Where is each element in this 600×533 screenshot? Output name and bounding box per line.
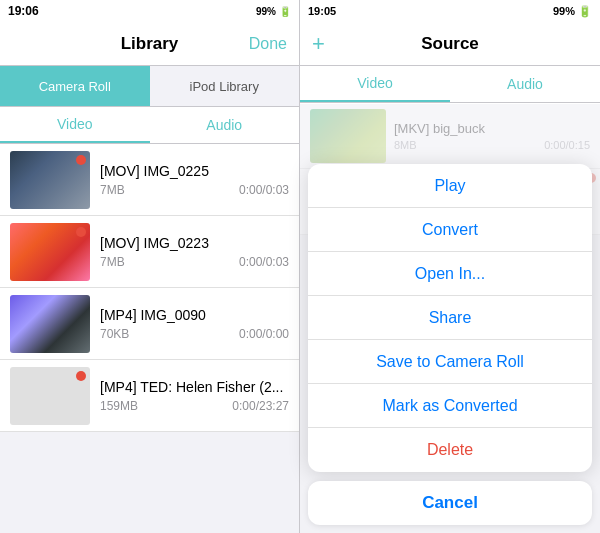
list-item[interactable]: [MP4] TED: Helen Fisher (2... 159MB 0:00… [0,360,299,432]
video-thumbnail [10,223,90,281]
video-size: 70KB [100,327,129,341]
video-size: 7MB [100,255,125,269]
context-delete-button[interactable]: Delete [308,428,592,472]
right-panel: 19:05 99% 🔋 + Source Video Audio [MKV] b… [300,0,600,533]
context-open-in-button[interactable]: Open In... [308,252,592,296]
video-duration: 0:00/0:03 [239,255,289,269]
list-item[interactable]: [MOV] IMG_0225 7MB 0:00/0:03 [0,144,299,216]
share-label: Share [429,309,472,327]
left-status-bar: 19:06 99% 🔋 [0,0,299,22]
video-size: 159MB [100,399,138,413]
ipod-library-tab[interactable]: iPod Library [150,66,300,106]
red-dot-indicator [76,227,86,237]
cancel-label: Cancel [422,493,478,513]
right-video-tab[interactable]: Video [300,66,450,102]
context-convert-button[interactable]: Convert [308,208,592,252]
right-time: 19:05 [308,5,336,17]
video-info: [MP4] TED: Helen Fisher (2... 159MB 0:00… [90,379,289,413]
open-in-label: Open In... [415,265,485,283]
video-meta: 7MB 0:00/0:03 [100,183,289,197]
right-status-icons: 99% 🔋 [553,5,592,18]
camera-roll-label: Camera Roll [39,79,111,94]
video-duration: 0:00/0:00 [239,327,289,341]
right-battery: 🔋 [578,5,592,17]
red-dot-indicator [76,371,86,381]
right-video-label: Video [357,75,393,91]
delete-label: Delete [427,441,473,459]
left-battery: 🔋 [279,6,291,17]
list-item[interactable]: [MOV] IMG_0223 7MB 0:00/0:03 [0,216,299,288]
left-signal: 99% [256,6,276,17]
right-status-bar: 19:05 99% 🔋 [300,0,600,22]
video-info: [MOV] IMG_0223 7MB 0:00/0:03 [90,235,289,269]
video-name: [MOV] IMG_0225 [100,163,289,179]
left-video-tab[interactable]: Video [0,107,150,143]
right-audio-label: Audio [507,76,543,92]
right-media-tabs: Video Audio [300,66,600,103]
left-status-icons: 99% 🔋 [256,6,291,17]
left-video-list: [MOV] IMG_0225 7MB 0:00/0:03 [MOV] IMG_0… [0,144,299,533]
context-menu: Play Convert Open In... Share Save to Ca… [308,164,592,472]
mark-as-converted-label: Mark as Converted [382,397,517,415]
done-button[interactable]: Done [249,35,287,53]
context-play-button[interactable]: Play [308,164,592,208]
right-nav-header: + Source [300,22,600,66]
video-name: [MP4] IMG_0090 [100,307,289,323]
left-panel: 19:06 99% 🔋 Library Done Camera Roll iPo… [0,0,300,533]
right-audio-tab[interactable]: Audio [450,66,600,102]
right-signal: 99% [553,5,575,17]
context-save-to-camera-roll-button[interactable]: Save to Camera Roll [308,340,592,384]
video-thumbnail [10,295,90,353]
convert-label: Convert [422,221,478,239]
red-dot-indicator [76,155,86,165]
video-meta: 7MB 0:00/0:03 [100,255,289,269]
context-menu-overlay: Play Convert Open In... Share Save to Ca… [300,104,600,533]
video-thumbnail [10,367,90,425]
context-cancel-button[interactable]: Cancel [308,481,592,525]
video-meta: 70KB 0:00/0:00 [100,327,289,341]
video-info: [MOV] IMG_0225 7MB 0:00/0:03 [90,163,289,197]
left-audio-label: Audio [206,117,242,133]
source-tabs: Camera Roll iPod Library [0,66,299,107]
ipod-library-label: iPod Library [190,79,259,94]
add-button[interactable]: + [312,33,325,55]
left-nav-header: Library Done [0,22,299,66]
video-name: [MP4] TED: Helen Fisher (2... [100,379,289,395]
video-duration: 0:00/23:27 [232,399,289,413]
left-title: Library [121,34,179,54]
left-video-label: Video [57,116,93,132]
video-size: 7MB [100,183,125,197]
video-thumbnail [10,151,90,209]
context-mark-as-converted-button[interactable]: Mark as Converted [308,384,592,428]
video-info: [MP4] IMG_0090 70KB 0:00/0:00 [90,307,289,341]
video-meta: 159MB 0:00/23:27 [100,399,289,413]
play-label: Play [434,177,465,195]
left-audio-tab[interactable]: Audio [150,107,300,143]
context-share-button[interactable]: Share [308,296,592,340]
right-title: Source [421,34,479,54]
video-duration: 0:00/0:03 [239,183,289,197]
left-time: 19:06 [8,4,39,18]
left-media-tabs: Video Audio [0,107,299,144]
save-to-camera-roll-label: Save to Camera Roll [376,353,524,371]
camera-roll-tab[interactable]: Camera Roll [0,66,150,106]
list-item[interactable]: [MP4] IMG_0090 70KB 0:00/0:00 [0,288,299,360]
video-name: [MOV] IMG_0223 [100,235,289,251]
